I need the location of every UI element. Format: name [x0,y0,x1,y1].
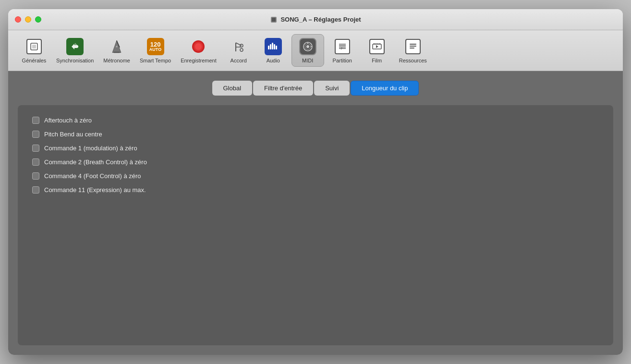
ressources-icon [404,37,422,56]
title-text: SONG_A – Réglages Projet [280,16,361,23]
enregistrement-label: Enregistrement [181,58,217,63]
partition-label: Partition [333,58,352,63]
accord-label: Accord [231,58,247,63]
toolbar-item-generales[interactable]: Générales [18,35,50,66]
svg-rect-34 [376,43,376,44]
midi-label: MIDI [302,58,313,63]
toolbar-item-metronome[interactable]: Métronome [99,35,134,66]
minimize-button[interactable] [25,16,31,23]
svg-point-7 [116,46,118,48]
midi-icon [299,37,317,56]
audio-icon [264,37,282,56]
svg-rect-18 [272,43,273,49]
svg-rect-37 [410,44,416,45]
synchronisation-label: Synchronisation [56,58,94,63]
checkbox-row-cmd4: Commande 4 (Foot Control) à zéro [32,172,599,180]
svg-rect-3 [32,45,36,49]
toolbar-item-midi[interactable]: MIDI [291,34,324,67]
checkbox-cmd11[interactable] [32,186,39,194]
checkbox-row-cmd11: Commande 11 (Expression) au max. [32,186,599,194]
tabs: Global Filtre d'entrée Suivi Longueur du… [212,81,419,96]
toolbar-item-partition[interactable]: ♪ Partition [326,35,359,66]
checkbox-pitchbend[interactable] [32,131,39,138]
main-window: SONG_A – Réglages Projet Générales [8,9,623,355]
label-pitchbend: Pitch Bend au centre [44,131,102,138]
svg-text:♪: ♪ [340,46,343,50]
toolbar-item-synchronisation[interactable]: Synchronisation [52,35,97,66]
svg-rect-19 [274,44,275,49]
svg-point-10 [195,43,202,50]
main-content: Global Filtre d'entrée Suivi Longueur du… [8,71,623,355]
audio-label: Audio [267,58,280,63]
svg-rect-1 [272,18,276,22]
generales-icon [25,37,43,56]
checkbox-cmd4[interactable] [32,172,39,180]
generales-label: Générales [22,58,47,63]
toolbar-item-accord[interactable]: Accord [222,35,255,66]
film-icon [368,37,386,56]
checkbox-aftertouch[interactable] [32,117,39,124]
svg-point-14 [240,49,243,51]
tab-filtre[interactable]: Filtre d'entrée [253,81,313,96]
close-button[interactable] [15,16,21,23]
sync-icon [66,37,84,56]
title-icon [270,16,278,24]
toolbar-item-ressources[interactable]: Ressources [395,35,431,66]
toolbar-item-enregistrement[interactable]: Enregistrement [177,35,220,66]
toolbar-item-film[interactable]: Film [361,35,393,66]
checkbox-cmd1[interactable] [32,145,39,152]
film-label: Film [372,58,382,63]
titlebar: SONG_A – Réglages Projet [8,9,623,30]
toolbar-item-smart-tempo[interactable]: 120 AUTO Smart Tempo [136,35,175,66]
label-cmd11: Commande 11 (Expression) au max. [44,186,146,194]
svg-rect-20 [276,46,277,49]
metronome-icon [108,37,126,56]
window-title: SONG_A – Réglages Projet [270,16,361,24]
content-panel: Aftertouch à zéro Pitch Bend au centre C… [18,105,613,345]
svg-rect-38 [410,46,416,47]
ressources-label: Ressources [399,58,427,63]
checkbox-row-cmd2: Commande 2 (Breath Control) à zéro [32,158,599,166]
toolbar: Générales Synchronisation [8,30,623,71]
smart-tempo-label: Smart Tempo [140,58,171,63]
checkbox-row-aftertouch: Aftertouch à zéro [32,117,599,124]
tab-longueur[interactable]: Longueur du clip [351,81,419,96]
svg-rect-33 [374,43,375,44]
svg-rect-36 [379,43,380,44]
window-controls [15,16,41,23]
label-cmd1: Commande 1 (modulation) à zéro [44,145,137,152]
maximize-button[interactable] [35,16,41,23]
checkbox-cmd2[interactable] [32,158,39,166]
svg-point-23 [306,45,309,48]
tab-suivi[interactable]: Suivi [314,81,350,96]
accord-icon [230,37,248,56]
label-cmd2: Commande 2 (Breath Control) à zéro [44,158,147,166]
svg-rect-6 [114,52,120,53]
label-aftertouch: Aftertouch à zéro [44,117,92,124]
svg-rect-35 [377,43,378,44]
svg-rect-17 [270,44,271,49]
enregistrement-icon [189,37,207,56]
metronome-label: Métronome [103,58,130,63]
tab-global[interactable]: Global [212,81,253,96]
toolbar-item-audio[interactable]: Audio [257,35,290,66]
checkbox-row-pitchbend: Pitch Bend au centre [32,131,599,138]
smart-tempo-icon: 120 AUTO [146,37,165,56]
checkbox-row-cmd1: Commande 1 (modulation) à zéro [32,145,599,152]
svg-marker-32 [376,45,378,48]
svg-rect-39 [410,48,414,49]
partition-icon: ♪ [333,37,352,56]
label-cmd4: Commande 4 (Foot Control) à zéro [44,172,141,180]
tempo-auto: AUTO [149,48,161,52]
svg-rect-16 [268,46,269,49]
